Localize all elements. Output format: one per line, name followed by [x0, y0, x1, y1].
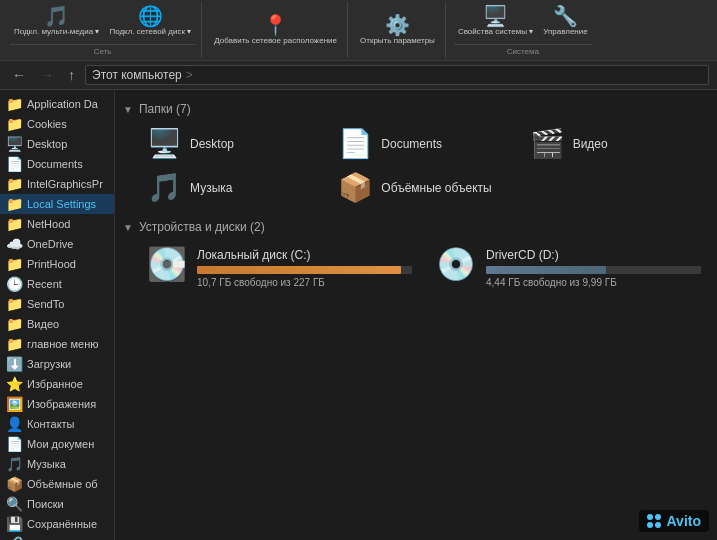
- network-icon: 🌐: [138, 6, 163, 26]
- sidebar-item-appdata[interactable]: 📁 Application Da: [0, 94, 114, 114]
- folder-item-documents[interactable]: 📄 Documents: [330, 124, 517, 164]
- main-menu-icon: 📁: [6, 336, 23, 352]
- video-folder-name: Видео: [573, 137, 608, 151]
- sidebar-item-images[interactable]: 🖼️ Изображения: [0, 394, 114, 414]
- forward-button[interactable]: →: [36, 65, 58, 85]
- sidebar-item-saved[interactable]: 💾 Сохранённые: [0, 514, 114, 534]
- sidebar-item-printhood[interactable]: 📁 PrintHood: [0, 254, 114, 274]
- open-settings-button[interactable]: ⚙️ Открыть параметры: [356, 13, 439, 47]
- recent-icon: 🕒: [6, 276, 23, 292]
- folders-grid: 🖥️ Desktop 📄 Documents 🎬 Видео 🎵 Музыка …: [139, 124, 709, 208]
- desktop-folder-icon: 🖥️: [147, 130, 182, 158]
- content-area: ▼ Папки (7) 🖥️ Desktop 📄 Documents 🎬 Вид…: [115, 90, 717, 540]
- downloads-icon: ⬇️: [6, 356, 23, 372]
- device-item-d-drive[interactable]: 💿 DriverCD (D:) 4,44 ГБ свободно из 9,99…: [428, 242, 709, 294]
- sidebar-item-cookies[interactable]: 📁 Cookies: [0, 114, 114, 134]
- sidebar-item-sendto[interactable]: 📁 SendTo: [0, 294, 114, 314]
- sidebar-item-nethood[interactable]: 📁 NetHood: [0, 214, 114, 234]
- sidebar-label-contacts: Контакты: [27, 418, 75, 430]
- appdata-icon: 📁: [6, 96, 23, 112]
- sidebar-label-sendto: SendTo: [27, 298, 64, 310]
- management-button[interactable]: 🔧 Управление: [539, 4, 591, 38]
- folder-item-bulk[interactable]: 📦 Объёмные объекты: [330, 168, 517, 208]
- sidebar-item-downloads[interactable]: ⬇️ Загрузки: [0, 354, 114, 374]
- sidebar-item-video[interactable]: 📁 Видео: [0, 314, 114, 334]
- sidebar-item-search[interactable]: 🔍 Поиски: [0, 494, 114, 514]
- documents-icon: 📄: [6, 156, 23, 172]
- d-drive-bar-fill: [486, 266, 606, 274]
- video-folder-icon: 🎬: [530, 130, 565, 158]
- sidebar-item-links[interactable]: 🔗 Ссылки: [0, 534, 114, 540]
- avito-watermark: Avito: [639, 510, 709, 532]
- settings-icon: ⚙️: [385, 15, 410, 35]
- sendto-icon: 📁: [6, 296, 23, 312]
- path-computer: Этот компьютер: [92, 68, 182, 82]
- back-button[interactable]: ←: [8, 65, 30, 85]
- sidebar-item-contacts[interactable]: 👤 Контакты: [0, 414, 114, 434]
- favorites-icon: ⭐: [6, 376, 23, 392]
- network-group: 🎵 Подкл. мульти-медиа ▾ 🌐 Подкл. сетевой…: [4, 2, 202, 58]
- folders-chevron-icon: ▼: [123, 104, 133, 115]
- sidebar-item-recent[interactable]: 🕒 Recent: [0, 274, 114, 294]
- links-icon: 🔗: [6, 536, 23, 540]
- folder-item-music[interactable]: 🎵 Музыка: [139, 168, 326, 208]
- multimedia-icon: 🎵: [44, 6, 69, 26]
- video-icon: 📁: [6, 316, 23, 332]
- folder-item-desktop[interactable]: 🖥️ Desktop: [139, 124, 326, 164]
- sidebar-item-local-settings[interactable]: 📁 Local Settings: [0, 194, 114, 214]
- sidebar-item-documents[interactable]: 📄 Documents: [0, 154, 114, 174]
- sidebar-label-saved: Сохранённые: [27, 518, 97, 530]
- sidebar-label-images: Изображения: [27, 398, 96, 410]
- add-location-button[interactable]: 📍 Добавить сетевое расположение: [210, 13, 341, 47]
- sidebar-label-bulk-objects: Объёмные об: [27, 478, 98, 490]
- bulk-objects-icon: 📦: [6, 476, 23, 492]
- folder-item-video[interactable]: 🎬 Видео: [522, 124, 709, 164]
- sidebar-item-onedrive[interactable]: ☁️ OneDrive: [0, 234, 114, 254]
- path-separator: >: [186, 68, 193, 82]
- system-props-icon: 🖥️: [483, 6, 508, 26]
- address-bar: ← → ↑ Этот компьютер >: [0, 61, 717, 90]
- management-icon: 🔧: [553, 6, 578, 26]
- d-drive-free-text: 4,44 ГБ свободно из 9,99 ГБ: [486, 277, 701, 288]
- c-drive-icon: 💽: [147, 248, 187, 280]
- local-settings-icon: 📁: [6, 196, 23, 212]
- sidebar-item-desktop[interactable]: 🖥️ Desktop: [0, 134, 114, 154]
- device-item-c-drive[interactable]: 💽 Локальный диск (C:) 10,7 ГБ свободно и…: [139, 242, 420, 294]
- devices-chevron-icon: ▼: [123, 222, 133, 233]
- sidebar-label-search: Поиски: [27, 498, 64, 510]
- documents-folder-name: Documents: [381, 137, 442, 151]
- sidebar-item-bulk-objects[interactable]: 📦 Объёмные об: [0, 474, 114, 494]
- d-drive-icon: 💿: [436, 248, 476, 280]
- bulk-folder-name: Объёмные объекты: [381, 181, 491, 195]
- c-drive-name: Локальный диск (C:): [197, 248, 412, 262]
- up-button[interactable]: ↑: [64, 65, 79, 85]
- sidebar-label-onedrive: OneDrive: [27, 238, 73, 250]
- address-path[interactable]: Этот компьютер >: [85, 65, 709, 85]
- sidebar-item-main-menu[interactable]: 📁 главное меню: [0, 334, 114, 354]
- sidebar: 📁 Application Da 📁 Cookies 🖥️ Desktop 📄 …: [0, 90, 115, 540]
- cookies-icon: 📁: [6, 116, 23, 132]
- add-location-icon: 📍: [263, 15, 288, 35]
- sidebar-item-intel[interactable]: 📁 IntelGraphicsPr: [0, 174, 114, 194]
- d-drive-bar-bg: [486, 266, 701, 274]
- sidebar-label-recent: Recent: [27, 278, 62, 290]
- network-drive-button[interactable]: 🌐 Подкл. сетевой диск ▾: [105, 4, 195, 38]
- search-icon: 🔍: [6, 496, 23, 512]
- sidebar-label-desktop: Desktop: [27, 138, 67, 150]
- avito-label: Avito: [667, 513, 701, 529]
- sidebar-item-music[interactable]: 🎵 Музыка: [0, 454, 114, 474]
- system-group: 🖥️ Свойства системы ▾ 🔧 Управление Систе…: [448, 2, 598, 58]
- c-drive-bar-bg: [197, 266, 412, 274]
- sidebar-item-favorites[interactable]: ⭐ Избранное: [0, 374, 114, 394]
- music-folder-icon: 🎵: [147, 174, 182, 202]
- my-docs-icon: 📄: [6, 436, 23, 452]
- sidebar-label-my-docs: Мои докумен: [27, 438, 94, 450]
- c-drive-bar-fill: [197, 266, 401, 274]
- system-props-button[interactable]: 🖥️ Свойства системы ▾: [454, 4, 537, 38]
- system-group-label: Система: [454, 44, 592, 56]
- music-folder-name: Музыка: [190, 181, 232, 195]
- multimedia-button[interactable]: 🎵 Подкл. мульти-медиа ▾: [10, 4, 103, 38]
- images-icon: 🖼️: [6, 396, 23, 412]
- sidebar-item-my-docs[interactable]: 📄 Мои докумен: [0, 434, 114, 454]
- sidebar-label-favorites: Избранное: [27, 378, 83, 390]
